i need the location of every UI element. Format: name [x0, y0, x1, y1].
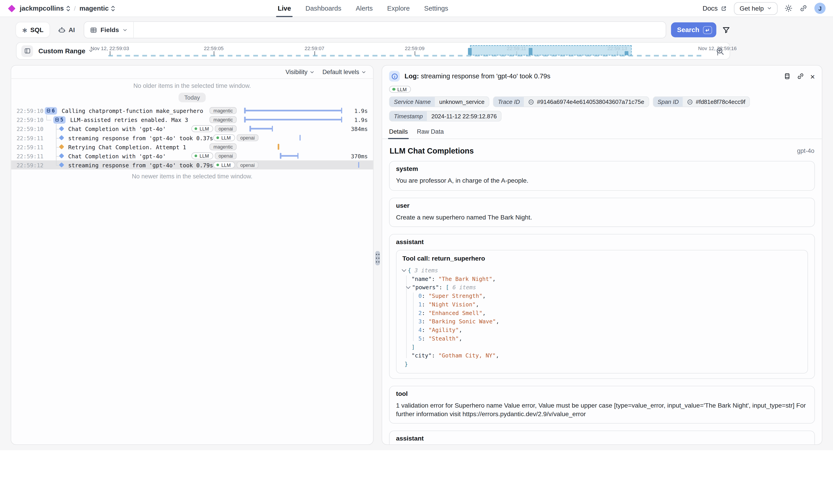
sql-mode-button[interactable]: ∗ SQL: [16, 22, 49, 37]
no-older-items-text: No older items in the selected time wind…: [11, 82, 373, 89]
chevron-down-icon: [767, 6, 772, 10]
filter-button[interactable]: [722, 26, 730, 34]
trace-id-chip[interactable]: Trace ID #9146a6974e4e6140538043607a71c7…: [493, 96, 649, 107]
timestamp-chip[interactable]: Timestamp 2024-11-12 22:59:12.876: [389, 111, 502, 121]
sun-icon: [784, 4, 792, 12]
tree-connector: [56, 160, 56, 165]
log-row[interactable]: 22:59:105LLM-assisted retries enabled. M…: [11, 115, 373, 124]
timeline-tick-label: 22:59:09: [405, 45, 424, 51]
detail-tab-raw-data[interactable]: Raw Data: [417, 128, 444, 139]
json-bracket: ]: [411, 344, 415, 350]
collapse-caret-icon[interactable]: [406, 284, 411, 289]
span-duration-bar: [280, 155, 298, 157]
green-dot-icon: [194, 154, 197, 158]
default-levels-dropdown[interactable]: Default levels: [323, 69, 366, 75]
json-string: "The Bark Night": [438, 275, 492, 282]
message-list: systemYou are professor A, in charge of …: [389, 161, 815, 445]
collapse-caret-icon[interactable]: [402, 267, 406, 272]
event-tick-bar: [300, 135, 301, 141]
tab-live[interactable]: Live: [278, 0, 291, 17]
detail-title-prefix: Log:: [405, 72, 419, 80]
zoom-in-button[interactable]: [716, 47, 724, 55]
green-dot-icon: [194, 127, 197, 130]
timeline-selection[interactable]: [470, 45, 632, 55]
theme-toggle-button[interactable]: [784, 4, 792, 12]
app-root: jackmpcollins / magentic LiveDashboardsA…: [0, 0, 833, 504]
log-row[interactable]: 22:59:11Retrying Chat Completion. Attemp…: [11, 142, 373, 151]
expand-view-icon[interactable]: [784, 72, 791, 80]
duration-bar-zone: [262, 133, 366, 142]
log-row[interactable]: 22:59:11streaming response from 'gpt-4o'…: [11, 133, 373, 142]
external-link-icon: [720, 5, 727, 11]
search-button[interactable]: Search ↵: [671, 22, 716, 37]
json-comma: ,: [496, 352, 499, 359]
tab-dashboards[interactable]: Dashboards: [305, 0, 341, 17]
tab-alerts[interactable]: Alerts: [356, 0, 373, 17]
log-row[interactable]: 22:59:106Calling chatprompt-function mak…: [11, 106, 373, 115]
log-row[interactable]: 22:59:10Chat Completion with 'gpt-4o'LLM…: [11, 124, 373, 133]
share-link-button[interactable]: [800, 4, 808, 12]
fields-button[interactable]: Fields: [84, 22, 134, 38]
json-comma: ,: [459, 327, 462, 333]
json-line: ]: [403, 342, 802, 351]
json-comma: ,: [482, 310, 486, 316]
panel-splitter[interactable]: [374, 65, 381, 445]
detail-tab-details[interactable]: Details: [389, 128, 408, 139]
tab-settings[interactable]: Settings: [424, 0, 448, 17]
chevron-down-icon: [310, 70, 314, 74]
json-index: 4: [418, 327, 422, 333]
chevron-down-icon: [361, 70, 366, 74]
close-panel-icon[interactable]: ×: [810, 72, 815, 80]
collapse-badge[interactable]: 6: [45, 107, 57, 114]
ai-mode-button[interactable]: AI: [54, 22, 79, 37]
json-comma: ,: [482, 292, 486, 299]
message-card-system: systemYou are professor A, in charge of …: [389, 161, 815, 191]
time-range-button[interactable]: Custom Range: [39, 47, 94, 55]
json-index: 1: [418, 301, 422, 307]
collapse-badge[interactable]: 5: [53, 116, 66, 123]
collapse-minus-icon: [55, 118, 58, 121]
event-diamond-icon: [59, 135, 64, 140]
duration-bar-zone: [240, 124, 344, 133]
visibility-dropdown[interactable]: Visibility: [285, 69, 314, 75]
brand-logo-diamond-icon: [8, 4, 15, 12]
info-icon: [389, 71, 400, 81]
sql-label: SQL: [30, 26, 43, 34]
json-string: "Gotham City, NY": [438, 352, 496, 359]
span-id-chip[interactable]: Span ID #fd81e8f78c4ecc9f: [653, 96, 750, 107]
service-name-chip[interactable]: Service Name unknown_service: [389, 96, 490, 107]
log-row-duration: 370ms: [344, 153, 373, 159]
dataset-switcher[interactable]: magentic: [79, 4, 115, 12]
message-role: system: [396, 165, 808, 173]
get-help-label: Get help: [739, 4, 764, 12]
org-switcher[interactable]: jackmpcollins: [20, 4, 70, 12]
json-line: 1: "Night Vision",: [403, 300, 802, 309]
timeline-histogram-bar: [529, 48, 532, 55]
json-colon: :: [422, 310, 428, 316]
toggle-sidebar-button[interactable]: [21, 45, 33, 57]
tag-magentic: magentic: [210, 107, 237, 114]
chevron-up-down-icon: [111, 5, 115, 11]
json-string: "Super Strength": [428, 292, 482, 299]
tab-explore[interactable]: Explore: [387, 0, 410, 17]
docs-link[interactable]: Docs: [703, 4, 727, 12]
service-name-label: Service Name: [389, 97, 435, 106]
timeline-histogram-bar: [625, 51, 628, 55]
today-badge[interactable]: Today: [178, 93, 206, 102]
query-input[interactable]: [134, 22, 666, 38]
log-row[interactable]: 22:59:12streaming response from 'gpt-4o'…: [11, 160, 373, 169]
splitter-drag-handle-icon[interactable]: [375, 251, 380, 265]
llm-tag: LLM: [213, 134, 235, 141]
log-row-time: 22:59:11: [17, 153, 42, 159]
event-tick-bar: [278, 144, 279, 150]
log-row-time: 22:59:10: [17, 125, 42, 132]
json-line: "name": "The Bark Night",: [403, 274, 802, 283]
copy-link-icon[interactable]: [797, 72, 804, 80]
detail-title: Log: streaming response from 'gpt-4o' to…: [405, 72, 550, 80]
timeline-axis[interactable]: Nov 12, 22:59:0322:59:0522:59:0722:59:09…: [96, 43, 706, 59]
user-avatar[interactable]: J: [814, 3, 826, 14]
green-dot-icon: [392, 88, 395, 91]
get-help-button[interactable]: Get help: [734, 2, 778, 15]
log-row[interactable]: 22:59:11Chat Completion with 'gpt-4o'LLM…: [11, 151, 373, 160]
json-bracket: }: [405, 361, 408, 367]
